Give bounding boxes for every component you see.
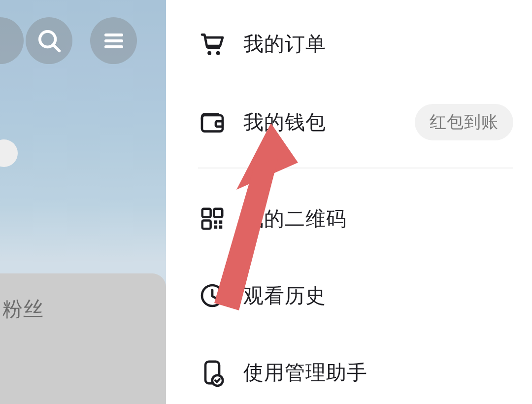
svg-rect-15: [219, 226, 223, 229]
svg-rect-11: [202, 220, 211, 229]
svg-point-5: [207, 51, 211, 55]
hamburger-icon: [100, 27, 128, 55]
svg-rect-13: [219, 220, 223, 224]
menu-item-qrcode[interactable]: 我的二维码: [198, 180, 513, 257]
cart-icon: [198, 30, 227, 58]
fans-label: 粉丝: [2, 296, 44, 323]
svg-rect-7: [202, 115, 223, 132]
menu-item-orders[interactable]: 我的订单: [198, 0, 513, 84]
profile-card-background: [0, 273, 166, 404]
menu-item-history[interactable]: 观看历史: [198, 257, 513, 334]
menu-item-label: 使用管理助手: [243, 359, 513, 386]
menu-item-label: 我的钱包: [243, 109, 415, 136]
svg-rect-8: [216, 121, 223, 127]
menu-item-label: 我的订单: [243, 31, 513, 58]
phone-check-icon: [198, 358, 227, 387]
menu-list: 我的订单 我的钱包 红包到账: [166, 0, 532, 404]
svg-rect-10: [214, 209, 222, 217]
clock-icon: [198, 281, 227, 310]
menu-item-label: 我的二维码: [243, 205, 513, 233]
svg-line-1: [54, 45, 59, 51]
qrcode-icon: [198, 204, 227, 233]
search-button[interactable]: [26, 17, 72, 64]
svg-point-6: [216, 51, 220, 55]
menu-item-label: 观看历史: [243, 282, 513, 309]
svg-rect-12: [214, 220, 217, 224]
wallet-badge: 红包到账: [415, 104, 513, 140]
menu-item-wallet[interactable]: 我的钱包 红包到账: [198, 84, 513, 161]
svg-rect-9: [202, 209, 211, 217]
wallet-icon: [198, 108, 227, 136]
svg-rect-14: [214, 226, 217, 229]
search-icon: [35, 27, 64, 55]
hamburger-button[interactable]: [90, 17, 137, 64]
menu-divider: [198, 168, 513, 168]
menu-item-assistant[interactable]: 使用管理助手: [198, 334, 513, 404]
side-drawer: 我的订单 我的钱包 红包到账: [166, 0, 532, 404]
